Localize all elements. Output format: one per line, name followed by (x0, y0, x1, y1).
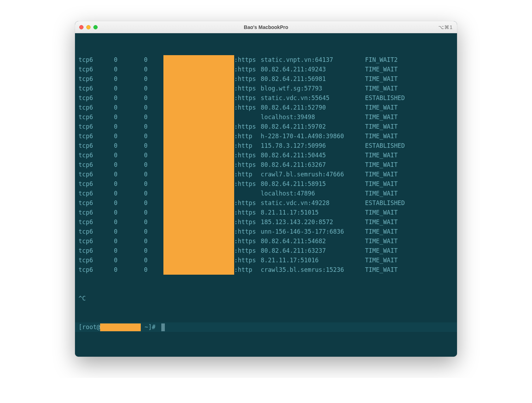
proto-cell: tcp6 (79, 236, 114, 246)
recv-cell: 0 (114, 103, 144, 112)
local-port-cell: :https (234, 93, 261, 103)
proto-cell: tcp6 (79, 132, 114, 141)
send-cell: 0 (144, 246, 163, 256)
recv-cell: 0 (114, 217, 144, 227)
send-cell: 0 (144, 65, 163, 74)
proto-cell: tcp6 (79, 179, 114, 189)
foreign-address-cell: static.vdc.vn:49228 (261, 198, 365, 208)
prompt-line[interactable]: [root@ ~]# (79, 322, 453, 332)
recv-cell: 0 (114, 160, 144, 170)
netstat-row: tcp600:https80.82.64.211:63237TIME_WAIT (79, 246, 453, 256)
proto-cell: tcp6 (79, 141, 114, 151)
foreign-address-cell: 185.123.143.220:8572 (261, 217, 365, 227)
recv-cell: 0 (114, 151, 144, 160)
send-cell: 0 (144, 189, 163, 198)
redacted-local-address (163, 65, 234, 74)
recv-cell: 0 (114, 74, 144, 84)
send-cell: 0 (144, 93, 163, 103)
netstat-row: tcp600localhost:47896TIME_WAIT (79, 189, 453, 198)
recv-cell: 0 (114, 93, 144, 103)
redacted-local-address (163, 217, 234, 227)
netstat-row: tcp600:httpsunn-156-146-35-177:6836TIME_… (79, 227, 453, 236)
local-port-cell: :https (234, 55, 261, 65)
proto-cell: tcp6 (79, 189, 114, 198)
close-icon[interactable] (79, 25, 83, 29)
maximize-icon[interactable] (93, 25, 98, 29)
proto-cell: tcp6 (79, 227, 114, 236)
proto-cell: tcp6 (79, 151, 114, 160)
foreign-address-cell: crawl35.bl.semrus:15236 (261, 265, 365, 275)
proto-cell: tcp6 (79, 84, 114, 93)
redacted-local-address (163, 246, 234, 256)
recv-cell: 0 (114, 122, 144, 132)
recv-cell: 0 (114, 55, 144, 65)
local-port-cell: :https (234, 160, 261, 170)
netstat-row: tcp600localhost:39498TIME_WAIT (79, 112, 453, 122)
foreign-address-cell: 80.82.64.211:63237 (261, 246, 365, 256)
recv-cell: 0 (114, 236, 144, 246)
recv-cell: 0 (114, 208, 144, 217)
window-titlebar[interactable]: Bao's MacbookPro ⌥⌘1 (75, 21, 457, 33)
prompt-prefix: [root@ (79, 322, 100, 332)
redacted-local-address (163, 122, 234, 132)
netstat-row: tcp600:httpsstatic.vnpt.vn:64137FIN_WAIT… (79, 55, 453, 65)
netstat-row: tcp600:httpsblog.wtf.sg:57793TIME_WAIT (79, 84, 453, 93)
cursor (161, 323, 165, 331)
redacted-local-address (163, 103, 234, 112)
netstat-row: tcp600:https185.123.143.220:8572TIME_WAI… (79, 217, 453, 227)
state-cell: TIME_WAIT (365, 84, 453, 93)
local-port-cell: :https (234, 122, 261, 132)
netstat-row: tcp600:https80.82.64.211:50445TIME_WAIT (79, 151, 453, 160)
recv-cell: 0 (114, 246, 144, 256)
redacted-local-address (163, 179, 234, 189)
foreign-address-cell: 80.82.64.211:50445 (261, 151, 365, 160)
minimize-icon[interactable] (86, 25, 91, 29)
netstat-row: tcp600:https8.21.11.17:51016TIME_WAIT (79, 256, 453, 265)
proto-cell: tcp6 (79, 122, 114, 132)
redacted-local-address (163, 265, 234, 275)
recv-cell: 0 (114, 189, 144, 198)
redacted-local-address (163, 208, 234, 217)
redacted-hostname (100, 323, 141, 331)
proto-cell: tcp6 (79, 170, 114, 179)
send-cell: 0 (144, 74, 163, 84)
state-cell: TIME_WAIT (365, 74, 453, 84)
proto-cell: tcp6 (79, 198, 114, 208)
proto-cell: tcp6 (79, 208, 114, 217)
send-cell: 0 (144, 84, 163, 93)
local-port-cell: :http (234, 132, 261, 141)
send-cell: 0 (144, 236, 163, 246)
redacted-local-address (163, 55, 234, 65)
terminal-body[interactable]: tcp600:httpsstatic.vnpt.vn:64137FIN_WAIT… (75, 33, 457, 357)
send-cell: 0 (144, 170, 163, 179)
recv-cell: 0 (114, 198, 144, 208)
local-port-cell: :https (234, 151, 261, 160)
window-title: Bao's MacbookPro (244, 24, 288, 30)
proto-cell: tcp6 (79, 246, 114, 256)
state-cell: TIME_WAIT (365, 112, 453, 122)
traffic-lights (79, 25, 98, 29)
state-cell: TIME_WAIT (365, 132, 453, 141)
send-cell: 0 (144, 151, 163, 160)
netstat-row: tcp600:https80.82.64.211:58915TIME_WAIT (79, 179, 453, 189)
state-cell: TIME_WAIT (365, 236, 453, 246)
proto-cell: tcp6 (79, 55, 114, 65)
foreign-address-cell: unn-156-146-35-177:6836 (261, 227, 365, 236)
send-cell: 0 (144, 198, 163, 208)
send-cell: 0 (144, 217, 163, 227)
foreign-address-cell: 80.82.64.211:58915 (261, 179, 365, 189)
redacted-local-address (163, 160, 234, 170)
state-cell: TIME_WAIT (365, 189, 453, 198)
recv-cell: 0 (114, 65, 144, 74)
local-port-cell: :https (234, 179, 261, 189)
netstat-row: tcp600:https80.82.64.211:54682TIME_WAIT (79, 236, 453, 246)
state-cell: TIME_WAIT (365, 256, 453, 265)
recv-cell: 0 (114, 179, 144, 189)
recv-cell: 0 (114, 141, 144, 151)
send-cell: 0 (144, 132, 163, 141)
foreign-address-cell: 80.82.64.211:52790 (261, 103, 365, 112)
prompt-suffix: ~]# (141, 322, 159, 332)
state-cell: TIME_WAIT (365, 170, 453, 179)
redacted-local-address (163, 132, 234, 141)
local-port-cell: :https (234, 74, 261, 84)
